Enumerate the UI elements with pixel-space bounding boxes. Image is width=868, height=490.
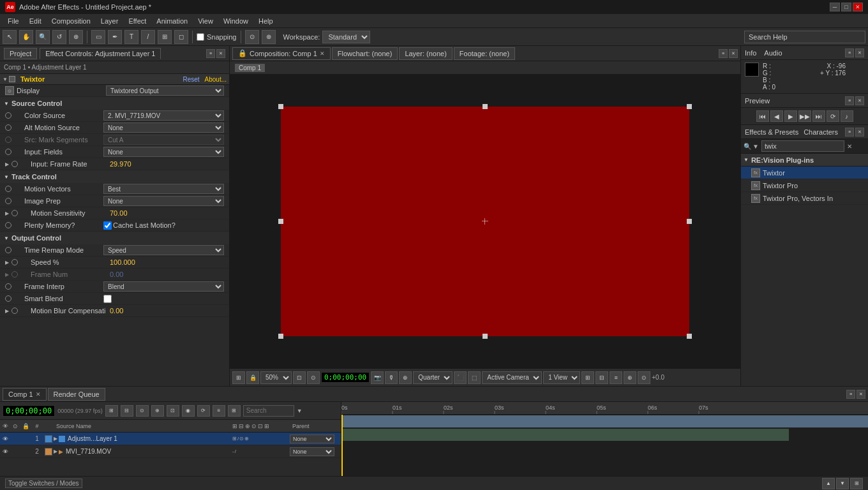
tool-eraser[interactable]: ◻ xyxy=(174,30,188,44)
color-source-stopwatch[interactable] xyxy=(5,112,11,119)
layer1-color[interactable] xyxy=(45,435,52,443)
tl-search-arrow[interactable]: ▼ xyxy=(297,408,303,414)
tool-selection[interactable]: ↖ xyxy=(3,30,17,44)
panel-menu-btn[interactable]: ≡ xyxy=(206,49,215,58)
preview-last-btn[interactable]: ⏭ xyxy=(812,110,825,122)
viewer-menu-btn[interactable]: ≡ xyxy=(719,49,728,58)
preview-prev-btn[interactable]: ◀ xyxy=(770,110,783,122)
handle-br[interactable] xyxy=(687,334,692,339)
preview-close-btn[interactable]: ✕ xyxy=(855,96,864,105)
tl-btn3[interactable]: ⊙ xyxy=(136,405,149,417)
tl-search-input[interactable] xyxy=(243,405,294,417)
plenty-memory-stopwatch[interactable] xyxy=(5,222,11,228)
layer1-sw4[interactable]: ⊕ xyxy=(244,436,249,442)
layer1-expand[interactable]: ▶ xyxy=(54,436,57,442)
motion-blur-stopwatch[interactable] xyxy=(11,308,18,314)
viewer-cam-btn[interactable]: 📷 xyxy=(371,371,384,384)
layer1-eye[interactable]: 👁 xyxy=(0,436,10,442)
tool-pen[interactable]: ✒ xyxy=(108,30,122,44)
motion-blur-num[interactable]: 0.00 xyxy=(110,307,123,315)
toggle-switches-btn[interactable]: Toggle Switches / Modes xyxy=(5,479,82,488)
effect-title-row[interactable]: ▼ Twixtor Reset About... xyxy=(0,74,229,85)
tool-zoom[interactable]: 🔍 xyxy=(36,30,50,44)
close-button[interactable]: ✕ xyxy=(853,3,863,11)
quality-dropdown[interactable]: Quarter xyxy=(413,371,453,384)
info-tab[interactable]: Info xyxy=(745,49,756,57)
tl-btn5[interactable]: ⊡ xyxy=(167,405,179,417)
tool-extra1[interactable]: ⊙ xyxy=(245,30,259,44)
frame-interp-stopwatch[interactable] xyxy=(5,283,11,290)
viewer-pixel-btn[interactable]: ⊡ xyxy=(293,371,306,384)
tab-composition[interactable]: 🔒 Composition: Comp 1 ✕ xyxy=(232,47,331,60)
tab-comp1[interactable]: Comp 1 ✕ xyxy=(3,388,47,401)
handle-lm[interactable] xyxy=(278,219,283,224)
effect-item-twixtor-pro[interactable]: fx Twixtor Pro xyxy=(741,179,868,192)
group-output-control[interactable]: ▼ Output Control xyxy=(0,232,229,244)
speed-pct-stopwatch[interactable] xyxy=(11,259,18,265)
menu-layer[interactable]: Layer xyxy=(96,16,124,26)
zoom-dropdown[interactable]: 50% xyxy=(260,371,292,384)
menu-animation[interactable]: Animation xyxy=(151,16,193,26)
viewer-timecode[interactable]: 0;00;00;00 xyxy=(321,372,370,383)
layer-row-1[interactable]: 👁 1 ▶ Adjustm...Layer 1 ⊞ / xyxy=(0,433,341,445)
input-fields-stopwatch[interactable] xyxy=(5,149,11,155)
tab-layer[interactable]: Layer: (none) xyxy=(399,47,452,60)
layer1-parent-dropdown[interactable]: None xyxy=(290,434,334,443)
track-bar-1[interactable] xyxy=(341,415,868,427)
tool-brush[interactable]: / xyxy=(141,30,155,44)
viewer-color-btn[interactable]: ⬛ xyxy=(454,371,467,384)
status-btn1[interactable]: ▲ xyxy=(822,478,835,489)
timeline-menu-btn[interactable]: ≡ xyxy=(846,390,855,399)
effects-search-clear[interactable]: ✕ xyxy=(847,143,852,150)
layer2-parent-dropdown[interactable]: None xyxy=(290,447,334,456)
input-framerate-triangle[interactable]: ▶ xyxy=(5,161,9,167)
viewer-snap-btn[interactable]: ⊞ xyxy=(232,371,245,384)
motion-sensitivity-triangle[interactable]: ▶ xyxy=(5,211,9,216)
view-num-dropdown[interactable]: 1 View xyxy=(543,371,580,384)
viewer-extra2[interactable]: ⊟ xyxy=(595,371,608,384)
tl-btn9[interactable]: ⊞ xyxy=(228,405,241,417)
tool-clone[interactable]: ⊞ xyxy=(158,30,172,44)
menu-file[interactable]: File xyxy=(3,16,24,26)
effects-close-btn[interactable]: ✕ xyxy=(855,128,864,137)
layer2-eye[interactable]: 👁 xyxy=(0,449,10,455)
layer2-sw2[interactable]: / xyxy=(235,449,236,454)
motion-blur-triangle[interactable]: ▶ xyxy=(5,308,9,314)
tool-rect[interactable]: ▭ xyxy=(91,30,105,44)
effects-group-revision[interactable]: ▼ RE:Vision Plug-ins xyxy=(741,154,868,167)
effects-search-arrow[interactable]: ▼ xyxy=(752,143,759,150)
tool-hand[interactable]: ✋ xyxy=(19,30,33,44)
tab-project[interactable]: Project xyxy=(4,48,37,59)
input-framerate-num[interactable]: 29.970 xyxy=(110,160,131,168)
tab-comp-close[interactable]: ✕ xyxy=(320,50,325,57)
tab-render-queue[interactable]: Render Queue xyxy=(48,388,105,401)
timeline-close-btn[interactable]: ✕ xyxy=(857,390,865,399)
cache-last-motion-checkbox[interactable] xyxy=(103,221,112,230)
characters-tab[interactable]: Characters xyxy=(804,128,838,136)
tl-btn7[interactable]: ⟳ xyxy=(197,405,210,417)
status-btn3[interactable]: ⊞ xyxy=(850,478,863,489)
layer1-sw1[interactable]: ⊞ xyxy=(232,436,237,442)
tab-effect-controls[interactable]: Effect Controls: Adjustment Layer 1 xyxy=(40,48,161,59)
input-fields-dropdown[interactable]: None xyxy=(103,147,224,157)
color-source-dropdown[interactable]: 2. MVI_7719.MOV xyxy=(103,110,224,121)
handle-bm[interactable] xyxy=(483,334,488,339)
viewer-close-btn[interactable]: ✕ xyxy=(729,49,738,58)
smart-blend-checkbox[interactable] xyxy=(103,295,112,303)
effects-menu-btn[interactable]: ≡ xyxy=(845,128,854,137)
motion-vectors-stopwatch[interactable] xyxy=(5,186,11,192)
speed-pct-num[interactable]: 100.000 xyxy=(110,258,135,266)
layer1-sw3[interactable]: ⊙ xyxy=(239,436,244,442)
tab-flowchart[interactable]: Flowchart: (none) xyxy=(332,47,398,60)
motion-vectors-dropdown[interactable]: Best xyxy=(103,184,224,194)
handle-tr[interactable] xyxy=(687,104,692,109)
layer2-sw1[interactable]: - xyxy=(232,449,234,454)
preview-first-btn[interactable]: ⏮ xyxy=(756,110,769,122)
menu-help[interactable]: Help xyxy=(253,16,278,26)
minimize-button[interactable]: ─ xyxy=(830,3,840,11)
tool-text[interactable]: T xyxy=(124,30,138,44)
alt-motion-stopwatch[interactable] xyxy=(5,124,11,131)
handle-tm[interactable] xyxy=(483,104,488,109)
info-close-btn[interactable]: ✕ xyxy=(855,48,864,57)
display-dropdown[interactable]: Twixtored Output xyxy=(106,85,224,96)
